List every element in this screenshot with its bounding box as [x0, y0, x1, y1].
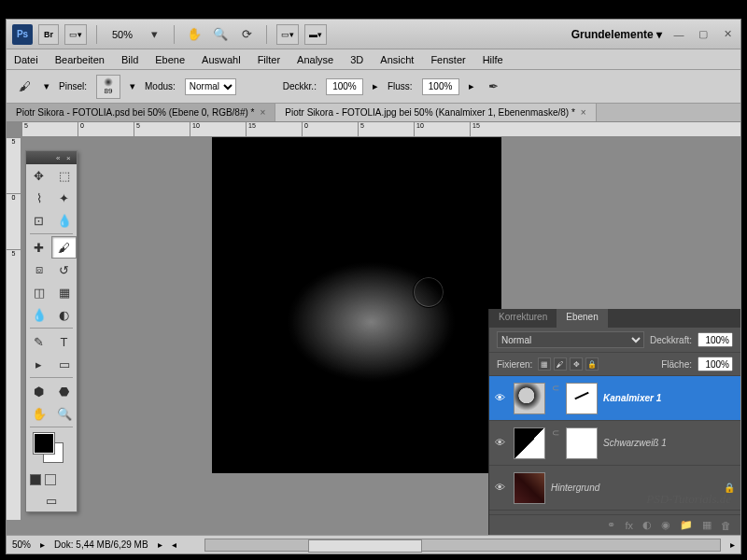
mask-thumb[interactable]	[566, 427, 598, 459]
visibility-icon[interactable]: 👁	[495, 482, 508, 495]
menu-datei[interactable]: Datei	[14, 54, 38, 65]
lock-pixels-icon[interactable]: 🖌	[554, 357, 567, 371]
zoom-value[interactable]: 50%	[106, 29, 138, 40]
arrange-dropdown[interactable]: ▭▾	[276, 24, 299, 45]
scroll-left-icon[interactable]: ◂	[172, 539, 176, 550]
new-layer-icon[interactable]: ▦	[702, 519, 712, 531]
trash-icon[interactable]: 🗑	[721, 520, 731, 531]
adjustment-thumb[interactable]	[514, 383, 545, 414]
titlebar: Ps Br ▭▾ 50% ▾ ✋ 🔍 ⟳ ▭▾ ▬▾ Grundelemente…	[7, 20, 740, 49]
workspace-selector[interactable]: Grundelemente ▾	[571, 28, 662, 41]
layer-thumb[interactable]	[514, 472, 545, 504]
brush-tool-icon[interactable]: 🖌	[14, 77, 35, 97]
flow-input[interactable]	[422, 78, 459, 95]
airbrush-icon[interactable]: ✒	[484, 77, 504, 97]
menu-fenster[interactable]: Fenster	[430, 54, 465, 65]
bridge-icon[interactable]: Br	[38, 24, 59, 45]
heal-tool[interactable]: ✚	[26, 236, 51, 259]
minimize-button[interactable]: —	[671, 27, 686, 42]
lock-all-icon[interactable]: 🔒	[585, 357, 599, 371]
eraser-tool[interactable]: ◫	[26, 281, 51, 303]
crop-tool[interactable]: ⊡	[26, 209, 51, 231]
tab-korrekturen[interactable]: Korrekturen	[489, 309, 557, 328]
dodge-tool[interactable]: ◐	[51, 303, 77, 326]
eyedropper-tool[interactable]: 💧	[51, 209, 77, 231]
collapse-icon[interactable]: «	[56, 154, 63, 161]
chevron-down-icon[interactable]: ▾	[144, 24, 164, 45]
canvas[interactable]	[212, 137, 501, 473]
blur-tool[interactable]: 💧	[26, 303, 51, 326]
color-swatches[interactable]	[30, 433, 73, 467]
status-zoom[interactable]: 50%	[12, 539, 31, 550]
tab-doc-1[interactable]: Piotr Sikora - FOTOLIA.psd bei 50% (Eben…	[7, 104, 275, 121]
path-select-tool[interactable]: ▸	[26, 353, 51, 375]
3d-camera-tool[interactable]: ⬣	[51, 380, 77, 402]
tab-ebenen[interactable]: Ebenen	[557, 309, 607, 328]
visibility-icon[interactable]: 👁	[495, 437, 508, 450]
menu-3d[interactable]: 3D	[350, 54, 363, 65]
brush-tool[interactable]: 🖌	[51, 236, 77, 259]
quick-mask[interactable]	[26, 470, 77, 489]
fg-color[interactable]	[34, 433, 54, 454]
pen-tool[interactable]: ✎	[26, 330, 51, 353]
lasso-tool[interactable]: ⌇	[26, 187, 51, 209]
hand-icon[interactable]: ✋	[184, 24, 204, 45]
scrollbar-horizontal[interactable]	[204, 539, 721, 552]
brush-preview[interactable]: 89	[96, 75, 120, 99]
close-icon[interactable]: ×	[581, 107, 586, 118]
mask-icon[interactable]: ◐	[642, 519, 652, 531]
menu-hilfe[interactable]: Hilfe	[483, 54, 503, 65]
link-icon[interactable]: ⊂	[551, 383, 560, 414]
layer-kanalmixer[interactable]: 👁 ⊂ Kanalmixer 1	[489, 376, 740, 421]
shape-tool[interactable]: ▭	[51, 353, 77, 375]
menu-filter[interactable]: Filter	[258, 54, 280, 65]
screen-mode-dropdown[interactable]: ▬▾	[304, 24, 327, 45]
fx-icon[interactable]: fx	[625, 520, 633, 531]
layer-opacity-input[interactable]	[698, 332, 733, 347]
menu-ansicht[interactable]: Ansicht	[380, 54, 414, 65]
tab-doc-2[interactable]: Piotr Sikora - FOTOLIA.jpg bei 50% (Kana…	[275, 104, 596, 121]
ruler-horizontal[interactable]: 5051015051015	[21, 122, 740, 137]
mask-thumb[interactable]	[566, 383, 598, 414]
layer-schwarzweiss[interactable]: 👁 ⊂ Schwarzweiß 1	[489, 421, 740, 466]
menu-ebene[interactable]: Ebene	[155, 54, 185, 65]
visibility-icon[interactable]: 👁	[495, 392, 508, 405]
maximize-button[interactable]: ▢	[696, 27, 711, 42]
close-icon[interactable]: ×	[66, 154, 74, 161]
adjustment-icon[interactable]: ◉	[661, 519, 670, 531]
layout-dropdown[interactable]: ▭▾	[64, 24, 87, 45]
screen-mode-tool[interactable]: ▭	[26, 489, 77, 511]
marquee-tool[interactable]: ⬚	[51, 164, 77, 187]
hand-tool[interactable]: ✋	[26, 402, 51, 425]
group-icon[interactable]: 📁	[680, 519, 693, 531]
rotate-icon[interactable]: ⟳	[236, 24, 257, 45]
lock-transparency-icon[interactable]: ▦	[538, 357, 551, 371]
adjustment-thumb[interactable]	[514, 427, 545, 459]
3d-tool[interactable]: ⬢	[26, 380, 51, 402]
move-tool[interactable]: ✥	[26, 164, 51, 187]
lock-position-icon[interactable]: ✥	[570, 357, 583, 371]
opacity-input[interactable]	[326, 78, 363, 95]
history-brush-tool[interactable]: ↺	[51, 259, 77, 281]
gradient-tool[interactable]: ▦	[51, 281, 77, 303]
menu-bearbeiten[interactable]: Bearbeiten	[55, 54, 105, 65]
stamp-tool[interactable]: ⧇	[26, 259, 51, 281]
close-button[interactable]: ✕	[720, 27, 735, 42]
menu-bild[interactable]: Bild	[121, 54, 138, 65]
link-layers-icon[interactable]: ⚭	[607, 519, 615, 531]
type-tool[interactable]: T	[51, 330, 77, 353]
wand-tool[interactable]: ✦	[51, 187, 77, 209]
status-doc-size[interactable]: Dok: 5,44 MB/6,29 MB	[54, 539, 148, 550]
blend-mode-select[interactable]: Normal	[185, 78, 236, 95]
link-icon[interactable]: ⊂	[551, 427, 560, 459]
layer-fill-input[interactable]	[698, 357, 733, 371]
menu-analyse[interactable]: Analyse	[297, 54, 333, 65]
scroll-right-icon[interactable]: ▸	[730, 539, 735, 550]
ruler-vertical[interactable]: 505	[7, 137, 21, 520]
zoom-icon[interactable]: 🔍	[210, 24, 231, 45]
close-icon[interactable]: ×	[260, 107, 265, 118]
layer-blend-mode[interactable]: Normal	[497, 331, 644, 348]
zoom-tool[interactable]: 🔍	[51, 402, 77, 425]
app-logo[interactable]: Ps	[12, 24, 33, 45]
menu-auswahl[interactable]: Auswahl	[202, 54, 241, 65]
